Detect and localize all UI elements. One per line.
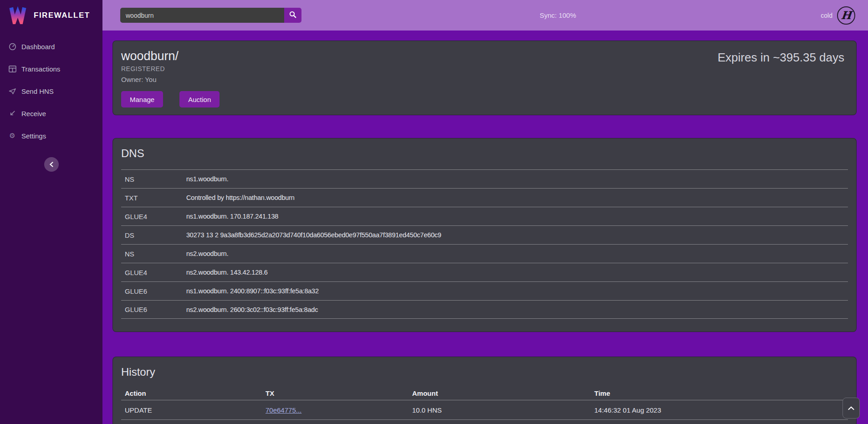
chevron-up-icon [848, 405, 854, 412]
dns-record-type: DS [125, 231, 186, 239]
topbar: Sync: 100% cold H [102, 0, 868, 31]
history-row: UPDATE 70e64775... 10.0 HNS 14:46:32 01 … [121, 400, 848, 419]
domain-owner: Owner: You [121, 74, 220, 85]
sidebar-item-label: Dashboard [21, 43, 55, 51]
history-time: 14:46:32 01 Aug 2023 [594, 406, 848, 414]
expires-label: Expires in ~395.35 days [718, 51, 844, 107]
firewallet-logo-icon [8, 5, 27, 26]
send-icon [8, 87, 16, 95]
history-card: History Action TX Amount Time UPDATE 70e… [112, 357, 857, 424]
sidebar-item-label: Send HNS [21, 87, 54, 95]
domain-status: REGISTERED [121, 64, 220, 74]
dns-record-type: GLUE6 [125, 287, 186, 295]
gear-icon: ⚙ [8, 132, 16, 140]
dns-record-type: GLUE6 [125, 306, 186, 313]
gauge-icon [8, 42, 16, 51]
dns-title: DNS [121, 147, 848, 160]
chevron-left-icon [44, 162, 59, 167]
history-amount: 10.0 HNS [412, 406, 594, 414]
dns-record-value: ns1.woodburn. [186, 175, 229, 183]
dns-record-value: ns2.woodburn. 143.42.128.6 [186, 269, 268, 276]
manage-button[interactable]: Manage [121, 91, 163, 107]
dns-record-type: GLUE4 [125, 269, 186, 276]
auction-button[interactable]: Auction [179, 91, 220, 107]
dns-record-row: NS ns1.woodburn. [121, 169, 848, 188]
history-col-tx: TX [266, 389, 412, 397]
handshake-logo-icon[interactable]: H [837, 6, 855, 25]
brand-name: FIREWALLET [34, 11, 90, 20]
sidebar-item-label: Settings [21, 132, 46, 140]
sync-status: Sync: 100% [540, 0, 576, 31]
wallet-selector[interactable]: cold H [821, 6, 855, 25]
brand-header: FIREWALLET [0, 0, 102, 31]
dns-record-value: ns2.woodburn. [186, 250, 229, 257]
dns-table: NS ns1.woodburn. TXT Controlled by https… [121, 169, 848, 319]
dns-record-row: GLUE4 ns2.woodburn. 143.42.128.6 [121, 263, 848, 281]
search-input[interactable] [120, 8, 284, 23]
history-col-time: Time [594, 389, 848, 397]
history-col-action: Action [125, 389, 266, 397]
dns-record-type: NS [125, 175, 186, 183]
history-title: History [121, 365, 848, 379]
dns-record-type: NS [125, 250, 186, 258]
main-area: Sync: 100% cold H woodburn/ REGISTERED O… [102, 0, 868, 424]
sidebar-item-send-hns[interactable]: Send HNS [0, 87, 102, 95]
history-header-row: Action TX Amount Time [121, 386, 848, 400]
history-action: UPDATE [125, 406, 266, 414]
sidebar-nav: Dashboard Transactions Send HNS Receive [0, 31, 102, 140]
search-icon [289, 11, 296, 20]
dns-record-type: GLUE4 [125, 213, 186, 220]
dns-record-row: GLUE6 ns1.woodburn. 2400:8907::f03c:93ff… [121, 281, 848, 300]
search-bar [120, 8, 301, 23]
sidebar-item-label: Receive [21, 110, 46, 117]
dns-record-row: NS ns2.woodburn. [121, 244, 848, 263]
dns-record-value: ns1.woodburn. 170.187.241.138 [186, 213, 278, 220]
sidebar-item-transactions[interactable]: Transactions [0, 65, 102, 73]
scroll-to-top-button[interactable] [842, 398, 860, 419]
tx-link[interactable]: 70e64775... [266, 406, 301, 414]
page-content: woodburn/ REGISTERED Owner: You Manage A… [102, 31, 868, 424]
dns-record-value: ns2.woodburn. 2600:3c02::f03c:93ff:fe5a:… [186, 306, 318, 313]
domain-name-title: woodburn/ [121, 48, 220, 64]
dns-record-value: Controlled by https://nathan.woodburn [186, 194, 295, 201]
domain-summary-left: woodburn/ REGISTERED Owner: You Manage A… [121, 48, 220, 107]
app-root: FIREWALLET Dashboard Transactions Send H… [0, 0, 868, 424]
history-col-amount: Amount [412, 389, 594, 397]
dns-record-type: TXT [125, 194, 186, 202]
domain-summary-card: woodburn/ REGISTERED Owner: You Manage A… [112, 41, 857, 115]
receive-arrow-icon [8, 109, 16, 117]
sidebar-collapse-button[interactable] [44, 157, 59, 172]
domain-actions: Manage Auction [121, 91, 220, 107]
table-icon [8, 65, 16, 73]
dns-record-value: 30273 13 2 9a3a8fb3d625d2a2073d740f10da6… [186, 231, 441, 239]
search-button[interactable] [284, 8, 301, 23]
wallet-name: cold [821, 12, 832, 19]
dns-record-row: TXT Controlled by https://nathan.woodbur… [121, 188, 848, 207]
sidebar-item-settings[interactable]: ⚙ Settings [0, 132, 102, 140]
dns-record-row: GLUE4 ns1.woodburn. 170.187.241.138 [121, 207, 848, 225]
dns-record-row: DS 30273 13 2 9a3a8fb3d625d2a2073d740f10… [121, 225, 848, 244]
dns-card: DNS NS ns1.woodburn. TXT Controlled by h… [112, 138, 857, 332]
sidebar-item-dashboard[interactable]: Dashboard [0, 42, 102, 51]
dns-record-row: GLUE6 ns2.woodburn. 2600:3c02::f03c:93ff… [121, 300, 848, 319]
history-row: RENEW d72e3af... 10.0 HNS 15:47:36 07 Ju… [121, 419, 848, 424]
sidebar: FIREWALLET Dashboard Transactions Send H… [0, 0, 102, 424]
sidebar-item-label: Transactions [21, 65, 60, 73]
dns-record-value: ns1.woodburn. 2400:8907::f03c:93ff:fe5a:… [186, 287, 319, 295]
sidebar-item-receive[interactable]: Receive [0, 109, 102, 117]
